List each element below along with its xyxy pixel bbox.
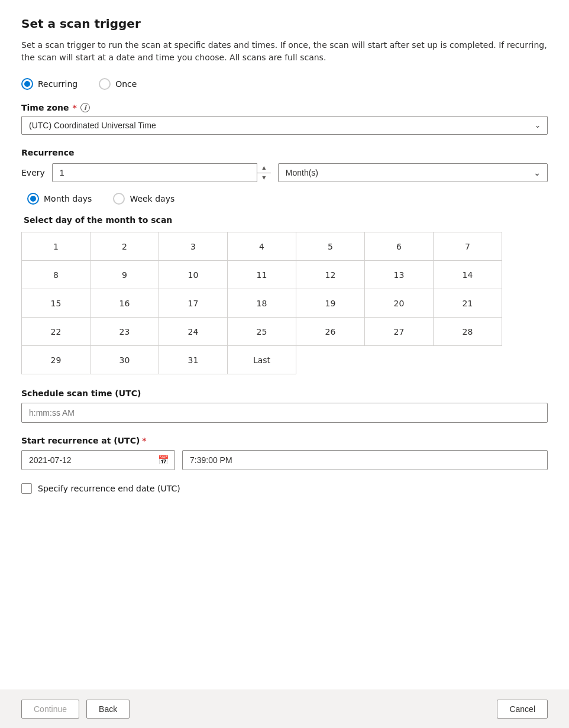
timezone-info-icon[interactable]: i xyxy=(80,103,90,112)
date-input[interactable] xyxy=(21,450,175,470)
calendar-day-cell[interactable]: 17 xyxy=(159,289,228,318)
recurring-option[interactable]: Recurring xyxy=(21,78,77,90)
calendar-day-cell[interactable]: 24 xyxy=(159,318,228,346)
month-days-radio[interactable] xyxy=(27,193,39,205)
period-select[interactable]: Day(s) Week(s) Month(s) Year(s) xyxy=(278,163,548,182)
calendar-day-cell[interactable]: 15 xyxy=(22,289,90,318)
spinner-up-button[interactable]: ▲ xyxy=(257,163,271,173)
calendar-day-cell[interactable]: 22 xyxy=(22,318,90,346)
calendar-day-cell[interactable]: 9 xyxy=(90,261,159,289)
timezone-label: Time zone * i xyxy=(21,103,548,112)
recurring-radio[interactable] xyxy=(21,78,33,90)
calendar-day-cell[interactable]: 7 xyxy=(434,232,502,261)
calendar-day-cell[interactable]: 29 xyxy=(22,346,90,374)
spinner-buttons: ▲ ▼ xyxy=(257,163,271,182)
calendar-empty-cell xyxy=(434,346,502,374)
schedule-section: Schedule scan time (UTC) xyxy=(21,389,548,423)
calendar-day-cell[interactable]: 13 xyxy=(365,261,434,289)
calendar-day-cell[interactable]: 16 xyxy=(90,289,159,318)
end-date-row: Specify recurrence end date (UTC) xyxy=(21,483,548,494)
calendar-empty-cell xyxy=(365,346,434,374)
calendar-day-cell[interactable]: 8 xyxy=(22,261,90,289)
start-recurrence-required: * xyxy=(142,436,146,445)
trigger-type-group: Recurring Once xyxy=(21,78,548,90)
calendar-day-cell[interactable]: 28 xyxy=(434,318,502,346)
recurring-label: Recurring xyxy=(38,79,77,89)
calendar-day-cell[interactable]: 23 xyxy=(90,318,159,346)
footer-left-buttons: Continue Back xyxy=(21,700,130,719)
calendar-day-cell[interactable]: 31 xyxy=(159,346,228,374)
recurrence-number-wrapper: ▲ ▼ xyxy=(52,163,271,182)
timezone-select-wrapper: (UTC) Coordinated Universal Time ⌄ xyxy=(21,116,548,135)
once-label: Once xyxy=(115,79,137,89)
once-radio[interactable] xyxy=(99,78,111,90)
start-time-input[interactable] xyxy=(182,450,548,470)
recurrence-row: Every ▲ ▼ Day(s) Week(s) Month(s) Year(s… xyxy=(21,163,548,182)
calendar-day-cell[interactable]: 14 xyxy=(434,261,502,289)
calendar-day-cell[interactable]: Last xyxy=(228,346,296,374)
calendar-day-cell[interactable]: 2 xyxy=(90,232,159,261)
calendar-day-cell[interactable]: 11 xyxy=(228,261,296,289)
calendar-day-cell[interactable]: 26 xyxy=(296,318,365,346)
footer: Continue Back Cancel xyxy=(0,690,569,728)
calendar-day-cell[interactable]: 5 xyxy=(296,232,365,261)
calendar-section: Select day of the month to scan 12345678… xyxy=(21,215,548,374)
schedule-label: Schedule scan time (UTC) xyxy=(21,389,548,398)
recurrence-number-input[interactable] xyxy=(52,163,271,182)
timezone-required: * xyxy=(73,103,77,112)
calendar-day-cell[interactable]: 21 xyxy=(434,289,502,318)
page-title: Set a scan trigger xyxy=(21,17,548,31)
calendar-empty-cell xyxy=(296,346,365,374)
calendar-day-cell[interactable]: 18 xyxy=(228,289,296,318)
continue-button[interactable]: Continue xyxy=(21,700,79,719)
calendar-title: Select day of the month to scan xyxy=(21,215,548,225)
month-days-option[interactable]: Month days xyxy=(27,193,92,205)
every-label: Every xyxy=(21,168,45,177)
end-date-checkbox[interactable] xyxy=(21,483,32,494)
schedule-time-input[interactable] xyxy=(21,403,548,423)
day-type-group: Month days Week days xyxy=(21,193,548,205)
month-days-label: Month days xyxy=(44,194,92,203)
timezone-select[interactable]: (UTC) Coordinated Universal Time xyxy=(21,116,548,135)
calendar-day-cell[interactable]: 6 xyxy=(365,232,434,261)
start-recurrence-label: Start recurrence at (UTC) * xyxy=(21,436,548,445)
end-date-label[interactable]: Specify recurrence end date (UTC) xyxy=(38,484,180,493)
week-days-label: Week days xyxy=(130,194,174,203)
calendar-day-cell[interactable]: 10 xyxy=(159,261,228,289)
calendar-day-cell[interactable]: 27 xyxy=(365,318,434,346)
calendar-day-cell[interactable]: 25 xyxy=(228,318,296,346)
calendar-day-cell[interactable]: 4 xyxy=(228,232,296,261)
calendar-day-cell[interactable]: 12 xyxy=(296,261,365,289)
start-recurrence-row: 📅 xyxy=(21,450,548,470)
week-days-option[interactable]: Week days xyxy=(113,193,174,205)
cancel-button[interactable]: Cancel xyxy=(497,700,548,719)
page-description: Set a scan trigger to run the scan at sp… xyxy=(21,39,548,64)
calendar-day-cell[interactable]: 19 xyxy=(296,289,365,318)
calendar-day-cell[interactable]: 30 xyxy=(90,346,159,374)
spinner-down-button[interactable]: ▼ xyxy=(257,173,271,183)
period-select-wrapper: Day(s) Week(s) Month(s) Year(s) ⌄ xyxy=(278,163,548,182)
recurrence-section: Recurrence Every ▲ ▼ Day(s) Week(s) Mont… xyxy=(21,148,548,374)
week-days-radio[interactable] xyxy=(113,193,125,205)
calendar-day-cell[interactable]: 20 xyxy=(365,289,434,318)
back-button[interactable]: Back xyxy=(86,700,130,719)
timezone-field: Time zone * i (UTC) Coordinated Universa… xyxy=(21,103,548,135)
start-recurrence-section: Start recurrence at (UTC) * 📅 xyxy=(21,436,548,470)
once-option[interactable]: Once xyxy=(99,78,137,90)
date-input-wrapper: 📅 xyxy=(21,450,175,470)
calendar-icon[interactable]: 📅 xyxy=(158,455,169,465)
calendar-day-cell[interactable]: 3 xyxy=(159,232,228,261)
calendar-day-cell[interactable]: 1 xyxy=(22,232,90,261)
recurrence-label: Recurrence xyxy=(21,148,548,157)
calendar-grid: 1234567891011121314151617181920212223242… xyxy=(21,232,502,374)
